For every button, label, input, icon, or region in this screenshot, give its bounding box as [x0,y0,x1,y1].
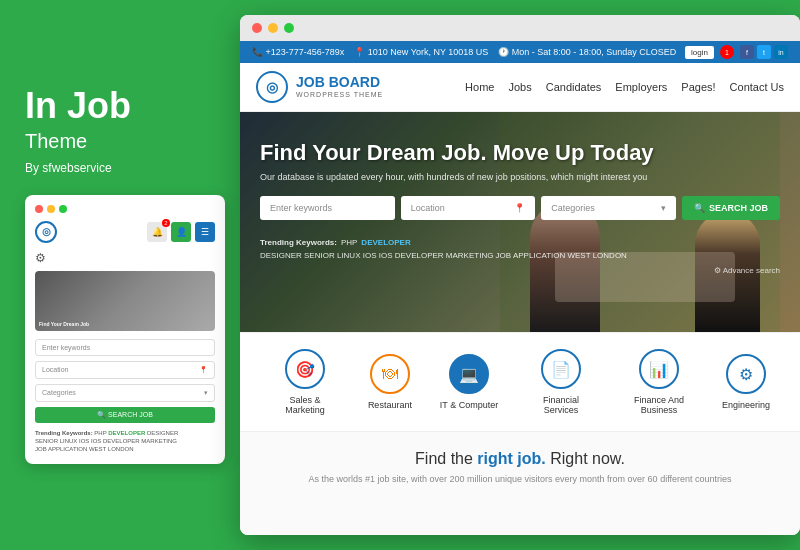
mini-categories-select[interactable]: Categories ▾ [35,384,215,402]
hero-categories-select[interactable]: Categories ▾ [541,196,676,220]
mini-logo-icon: ◎ [35,221,57,243]
mini-trending: Trending Keywords: PHP DEVELOPER DESIGNE… [35,429,215,454]
mini-window-controls [35,205,215,213]
mini-gear-icon: ⚙ [35,251,51,267]
site-logo-icon: ◎ [256,71,288,103]
hero-developer-keyword: DEVELOPER [361,238,410,247]
brand-author: By sfwebservice [25,161,215,175]
bottom-title-strong: right job. [477,450,545,467]
engineering-icon: ⚙ [726,354,766,394]
hero-location-placeholder: Location [411,203,445,213]
site-logo: ◎ JOB BOARD WORDPRESS THEME [256,71,383,103]
mini-navbar: ◎ 🔔2 👤 ☰ [35,221,215,243]
category-engineering[interactable]: ⚙ Engineering [722,354,770,410]
hero-trending-label: Trending Keywords: [260,238,337,247]
mini-minimize-dot [47,205,55,213]
hero-advance-search[interactable]: ⚙ Advance search [240,266,800,275]
mini-location-label: Location [42,366,68,373]
browser-close-dot [252,23,262,33]
mini-categories-label: Categories [42,389,76,396]
mini-hero-text: Find Your Dream Job [39,321,89,327]
it-computer-icon: 💻 [449,354,489,394]
hero-title: Find Your Dream Job. Move Up Today [260,140,780,166]
mini-search-form: Enter keywords Location 📍 Categories ▾ 🔍… [35,339,215,423]
mini-keywords-input[interactable]: Enter keywords [35,339,215,356]
mini-expand-dot [59,205,67,213]
mini-chevron-down-icon: ▾ [204,389,208,397]
site-hero: Find Your Dream Job. Move Up Today Our d… [240,112,800,332]
category-restaurant[interactable]: 🍽 Restaurant [368,354,412,410]
hero-categories-placeholder: Categories [551,203,595,213]
browser-minimize-dot [268,23,278,33]
mini-close-dot [35,205,43,213]
topbar-left: 📞 +123-777-456-789x 📍 1010 New York, NY … [252,47,676,57]
mini-keywords-label: Enter keywords [42,344,90,351]
category-finance-business[interactable]: 📊 Finance And Business [624,349,694,415]
nav-contact[interactable]: Contact Us [730,81,784,93]
site-logo-text: JOB BOARD WORDPRESS THEME [296,75,383,98]
hero-content: Find Your Dream Job. Move Up Today Our d… [240,112,800,232]
mini-location-input[interactable]: Location 📍 [35,361,215,379]
mini-hero-image: Find Your Dream Job [35,271,215,331]
site-nav-links: Home Jobs Candidates Employers Pages! Co… [465,81,784,93]
site-topbar: 📞 +123-777-456-789x 📍 1010 New York, NY … [240,41,800,63]
topbar-hours: 🕐 Mon - Sat 8:00 - 18:00, Sunday CLOSED [498,47,676,57]
nav-pages[interactable]: Pages! [681,81,715,93]
category-label: Finance And Business [624,395,694,415]
category-label: Financial Services [526,395,596,415]
mini-notification-icon: 🔔2 [147,222,167,242]
topbar-login-button[interactable]: login [685,46,714,59]
mini-user-icon: 👤 [171,222,191,242]
bottom-subtitle: As the worlds #1 job site, with over 200… [260,474,780,484]
topbar-right: login 1 f t in [685,45,788,59]
finance-business-icon: 📊 [639,349,679,389]
hero-chevron-down-icon: ▾ [661,203,666,213]
mini-location-pin-icon: 📍 [199,366,208,374]
browser-expand-dot [284,23,294,33]
mini-logo: ◎ [35,221,57,243]
topbar-address: 📍 1010 New York, NY 10018 US [354,47,488,57]
hero-location-input[interactable]: Location 📍 [401,196,536,220]
sales-marketing-icon: 🎯 [285,349,325,389]
restaurant-icon: 🍽 [370,354,410,394]
nav-home[interactable]: Home [465,81,494,93]
topbar-notification-badge[interactable]: 1 [720,45,734,59]
category-it-computer[interactable]: 💻 IT & Computer [440,354,498,410]
site-navbar: ◎ JOB BOARD WORDPRESS THEME Home Jobs Ca… [240,63,800,112]
hero-search-bar: Enter keywords Location 📍 Categories ▾ 🔍… [260,196,780,220]
mini-preview-card: ◎ 🔔2 👤 ☰ ⚙ Find Your Dream Job Enter key… [25,195,225,464]
brand-title: In Job [25,86,215,126]
linkedin-icon[interactable]: in [774,45,788,59]
mini-trending-label: Trending Keywords: [35,430,93,436]
nav-candidates[interactable]: Candidates [546,81,602,93]
mini-badge: 2 [162,219,170,227]
category-sales-marketing[interactable]: 🎯 Sales & Marketing [270,349,340,415]
hero-location-pin-icon: 📍 [514,203,525,213]
hero-trending: Trending Keywords: PHP DEVELOPER DESIGNE… [240,232,800,266]
hero-search-button[interactable]: 🔍 SEARCH JOB [682,196,780,220]
category-financial-services[interactable]: 📄 Financial Services [526,349,596,415]
browser-window: 📞 +123-777-456-789x 📍 1010 New York, NY … [240,15,800,535]
bottom-title: Find the right job. Right now. [260,450,780,468]
mini-nav-icons: 🔔2 👤 ☰ [147,222,215,242]
facebook-icon[interactable]: f [740,45,754,59]
left-panel: In Job Theme By sfwebservice ◎ 🔔2 👤 ☰ ⚙ … [0,56,240,494]
mini-menu-icon: ☰ [195,222,215,242]
mini-search-button[interactable]: 🔍 SEARCH JOB [35,407,215,423]
nav-employers[interactable]: Employers [615,81,667,93]
financial-services-icon: 📄 [541,349,581,389]
topbar-social-icons: f t in [740,45,788,59]
categories-section: 🎯 Sales & Marketing 🍽 Restaurant 💻 IT & … [240,332,800,431]
hero-keywords-input[interactable]: Enter keywords [260,196,395,220]
hero-keywords-placeholder: Enter keywords [270,203,332,213]
brand-subtitle: Theme [25,130,215,153]
category-label: Restaurant [368,400,412,410]
nav-jobs[interactable]: Jobs [508,81,531,93]
hero-subtitle: Our database is updated every hour, with… [260,172,780,182]
category-label: IT & Computer [440,400,498,410]
twitter-icon[interactable]: t [757,45,771,59]
category-label: Engineering [722,400,770,410]
topbar-phone: 📞 +123-777-456-789x [252,47,344,57]
browser-chrome [240,15,800,41]
bottom-section: Find the right job. Right now. As the wo… [240,431,800,535]
